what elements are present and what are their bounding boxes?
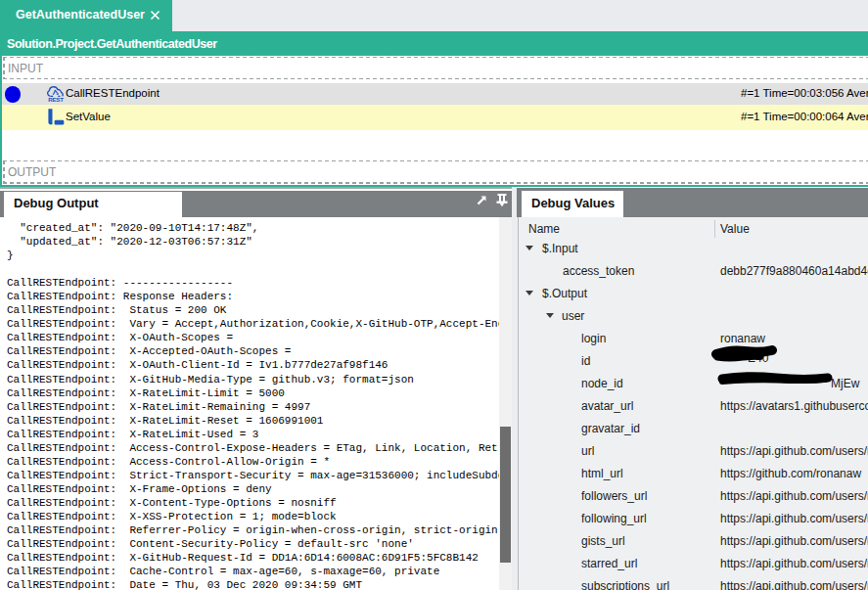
svg-text:REST: REST bbox=[48, 96, 64, 103]
